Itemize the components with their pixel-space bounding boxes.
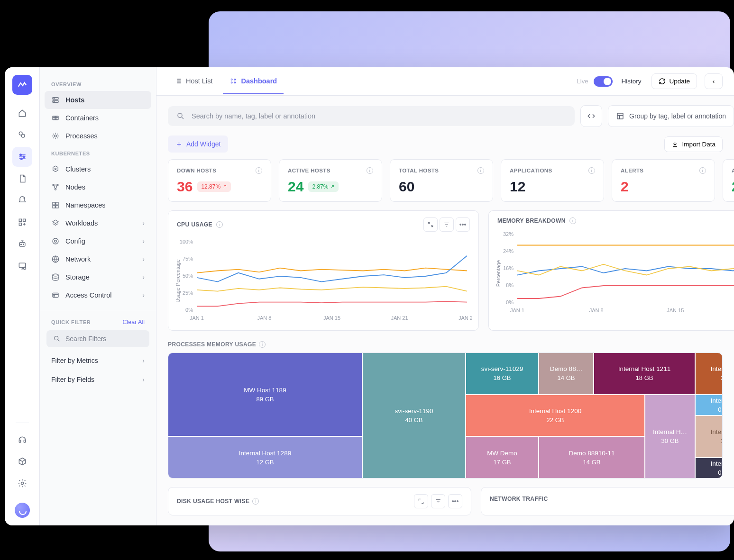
- nav-label: Hosts: [65, 96, 84, 104]
- info-icon[interactable]: i: [569, 217, 576, 224]
- cube-icon[interactable]: [12, 452, 32, 471]
- treemap-cell[interactable]: Internal H…3 GB: [696, 353, 723, 394]
- sidebar-item-config[interactable]: Config›: [45, 232, 151, 250]
- treemap-cell[interactable]: Demo 88…14 GB: [539, 353, 593, 394]
- treemap-cell[interactable]: svi-serv-1102916 GB: [466, 353, 538, 394]
- filter-icon[interactable]: [431, 494, 445, 508]
- expand-icon[interactable]: [423, 217, 438, 232]
- refresh-icon: [659, 78, 666, 85]
- info-icon[interactable]: i: [216, 221, 223, 228]
- panel-title: NETWORK TRAFFIC: [490, 496, 548, 502]
- treemap-cell[interactable]: Internal H…1 GB: [696, 416, 723, 457]
- chevron-right-icon: ›: [142, 273, 145, 281]
- more-icon[interactable]: •••: [456, 217, 470, 232]
- headset-icon[interactable]: [12, 430, 32, 450]
- home-icon[interactable]: [12, 103, 32, 123]
- info-icon[interactable]: i: [252, 498, 259, 505]
- treemap-cell[interactable]: MW Host 118989 GB: [168, 353, 362, 436]
- treemap-cell[interactable]: Internal H…0.5 GB: [696, 395, 723, 415]
- sidebar-item-workloads[interactable]: Workloads›: [45, 214, 151, 232]
- stat-card[interactable]: TOTAL HOSTSi 60: [390, 159, 493, 202]
- info-icon[interactable]: i: [588, 167, 595, 174]
- search-input[interactable]: Search by name, tag, label or annotation: [168, 106, 575, 126]
- svg-text:0%: 0%: [185, 307, 193, 313]
- tab-host-list[interactable]: Host List: [168, 69, 219, 94]
- stat-card[interactable]: ACTIVE HOSTSi 242.87%: [279, 159, 382, 202]
- svg-point-37: [55, 336, 58, 340]
- svg-text:24%: 24%: [503, 248, 514, 254]
- chart-title: CPU USAGE: [177, 221, 212, 228]
- info-icon[interactable]: i: [256, 167, 262, 174]
- treemap-cell[interactable]: Internal H…0.4 GB: [696, 458, 723, 478]
- treemap-cell[interactable]: svi-serv-119040 GB: [363, 353, 465, 478]
- sidebar-item-network[interactable]: Network›: [45, 250, 151, 268]
- search-filters-input[interactable]: Search Filters: [46, 330, 149, 347]
- svg-point-34: [53, 274, 58, 276]
- stat-card[interactable]: AVG CPU Ui 28.1%: [723, 159, 734, 202]
- code-button[interactable]: [580, 105, 602, 127]
- sidebar-item-containers[interactable]: Containers: [45, 109, 151, 127]
- stack-icon[interactable]: [12, 125, 32, 145]
- svg-point-24: [53, 184, 54, 186]
- stat-value: 12: [510, 179, 525, 195]
- monitor-icon[interactable]: [12, 256, 32, 276]
- grid-plus-icon[interactable]: [12, 212, 32, 232]
- svg-text:16%: 16%: [503, 265, 514, 271]
- sidebar-item-hosts[interactable]: Hosts: [45, 91, 151, 109]
- avatar[interactable]: [15, 503, 30, 518]
- brand-logo[interactable]: [12, 75, 32, 95]
- treemap-cell[interactable]: Internal H…30 GB: [645, 395, 695, 478]
- memory-breakdown-chart: MEMORY BREAKDOWN i 0%8%16%24%32%Percenta…: [488, 210, 734, 331]
- stat-card[interactable]: ALERTSi 2: [612, 159, 715, 202]
- stat-title: APPLICATIONS: [510, 168, 552, 173]
- svg-rect-43: [617, 113, 623, 119]
- stat-card[interactable]: APPLICATIONSi 12: [501, 159, 604, 202]
- svg-point-25: [57, 184, 58, 186]
- add-widget-button[interactable]: Add Widget: [168, 135, 228, 153]
- live-toggle[interactable]: [594, 76, 613, 87]
- stat-value: 24: [288, 179, 303, 195]
- nav-label: Workloads: [65, 219, 98, 227]
- gear-icon[interactable]: [12, 473, 32, 493]
- history-label: History: [621, 78, 641, 85]
- sidebar-item-access-control[interactable]: Access Control›: [45, 286, 151, 304]
- treemap-cell[interactable]: Internal Host 128912 GB: [168, 437, 362, 478]
- svg-rect-15: [24, 440, 25, 443]
- tab-dashboard[interactable]: Dashboard: [223, 69, 284, 94]
- filter-by-fields[interactable]: Filter by Fields›: [45, 370, 151, 389]
- svg-rect-6: [19, 219, 21, 221]
- search-icon: [176, 112, 185, 120]
- expand-icon[interactable]: [414, 494, 428, 508]
- stat-value: 28.1%: [732, 179, 734, 195]
- nav-section-overview: OVERVIEW: [45, 76, 151, 91]
- stat-card[interactable]: DOWN HOSTSi 3612.87%: [168, 159, 271, 202]
- robot-icon[interactable]: [12, 234, 32, 254]
- filter-icon[interactable]: [440, 217, 454, 232]
- info-icon[interactable]: i: [367, 167, 373, 174]
- update-button[interactable]: Update: [651, 73, 697, 89]
- nav-label: Namespaces: [65, 201, 106, 209]
- sidebar-item-namespaces[interactable]: Namespaces: [45, 196, 151, 214]
- bell-icon[interactable]: [12, 190, 32, 210]
- more-icon[interactable]: •••: [448, 494, 462, 508]
- nav-label: Access Control: [65, 291, 112, 299]
- info-icon[interactable]: i: [477, 167, 484, 174]
- treemap-cell[interactable]: Internal Host 120022 GB: [466, 395, 644, 436]
- sidebar-item-processes[interactable]: Processes: [45, 127, 151, 145]
- sidebar-item-clusters[interactable]: Clusters: [45, 160, 151, 178]
- clear-all-link[interactable]: Clear All: [122, 319, 145, 325]
- sidebar-item-nodes[interactable]: Nodes: [45, 178, 151, 196]
- svg-text:JAN 8: JAN 8: [589, 307, 604, 313]
- treemap-cell[interactable]: Internal Host 121118 GB: [594, 353, 695, 394]
- sidebar-item-storage[interactable]: Storage›: [45, 268, 151, 286]
- sliders-icon[interactable]: [12, 147, 32, 167]
- treemap-cell[interactable]: Demo 88910-1114 GB: [539, 437, 644, 478]
- more-button[interactable]: ‹: [705, 73, 723, 89]
- treemap-cell[interactable]: MW Demo17 GB: [466, 437, 538, 478]
- info-icon[interactable]: i: [699, 167, 706, 174]
- file-icon[interactable]: [12, 169, 32, 189]
- info-icon[interactable]: i: [259, 341, 266, 348]
- import-data-button[interactable]: Import Data: [664, 136, 723, 152]
- group-by-button[interactable]: Group by tag, label or annotation: [608, 105, 734, 127]
- filter-by-metrics[interactable]: Filter by Metrics›: [45, 351, 151, 370]
